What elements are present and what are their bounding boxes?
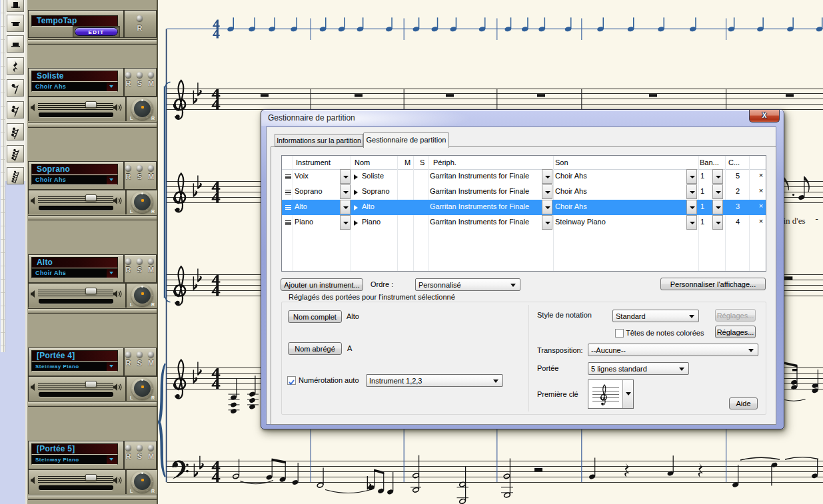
svg-text:in d'es: in d'es <box>784 216 806 226</box>
svg-text:-: - <box>815 214 818 224</box>
